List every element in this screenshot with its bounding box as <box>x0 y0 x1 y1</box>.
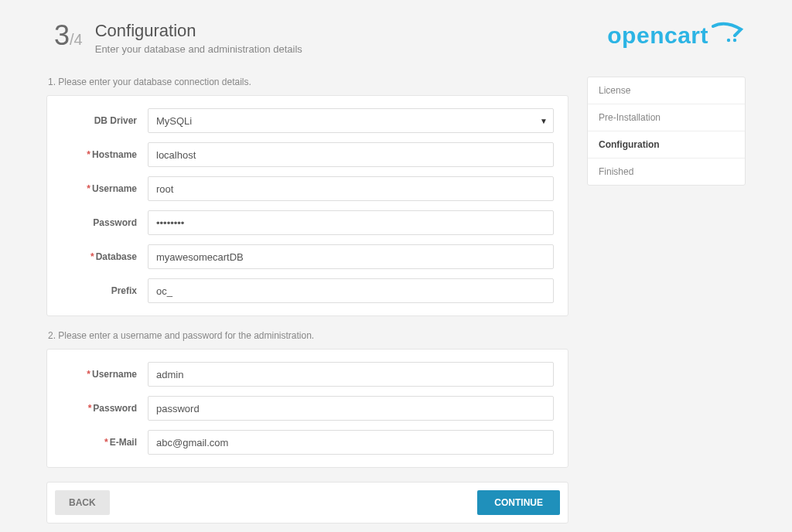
prefix-input[interactable] <box>148 278 554 303</box>
db-driver-label: DB Driver <box>61 115 148 126</box>
logo: opencart <box>607 22 746 49</box>
back-button[interactable]: BACK <box>55 490 110 515</box>
admin-username-label: *Username <box>61 369 148 380</box>
step-configuration[interactable]: Configuration <box>588 131 745 159</box>
hostname-label: *Hostname <box>61 149 148 160</box>
db-username-label: *Username <box>61 183 148 194</box>
admin-email-label: *E-Mail <box>61 437 148 448</box>
steps-sidebar: License Pre-Installation Configuration F… <box>587 77 746 186</box>
page-subtitle: Enter your database and administration d… <box>95 43 302 55</box>
prefix-label: Prefix <box>61 285 148 296</box>
step-license[interactable]: License <box>588 77 745 104</box>
hostname-input[interactable] <box>148 142 554 167</box>
svg-point-1 <box>733 39 736 42</box>
step-pre-installation[interactable]: Pre-Installation <box>588 104 745 131</box>
admin-email-input[interactable] <box>148 430 554 455</box>
step-finished[interactable]: Finished <box>588 159 745 185</box>
step-indicator: 3/4 <box>54 22 83 49</box>
admin-username-input[interactable] <box>148 362 554 387</box>
admin-panel: *Username *Password *E-Mail <box>46 349 568 468</box>
total-steps: /4 <box>70 31 83 48</box>
continue-button[interactable]: CONTINUE <box>477 490 560 515</box>
db-username-input[interactable] <box>148 176 554 201</box>
db-password-label: Password <box>61 217 148 228</box>
button-bar: BACK CONTINUE <box>46 482 568 523</box>
cart-icon <box>712 22 746 49</box>
database-label: *Database <box>61 251 148 262</box>
db-driver-select[interactable]: MySQLi <box>148 108 554 133</box>
section1-label: 1. Please enter your database connection… <box>48 77 568 87</box>
db-password-input[interactable] <box>148 210 554 235</box>
section2-label: 2. Please enter a username and password … <box>48 330 568 341</box>
page-header: 3/4 Configuration Enter your database an… <box>46 22 746 55</box>
logo-text: opencart <box>607 22 708 49</box>
admin-password-label: *Password <box>61 403 148 414</box>
admin-password-input[interactable] <box>148 396 554 421</box>
current-step: 3 <box>54 19 70 51</box>
svg-point-0 <box>727 39 730 42</box>
database-panel: DB Driver MySQLi ▼ *Hostname *Username <box>46 95 568 316</box>
database-input[interactable] <box>148 244 554 269</box>
page-title: Configuration <box>95 22 302 40</box>
